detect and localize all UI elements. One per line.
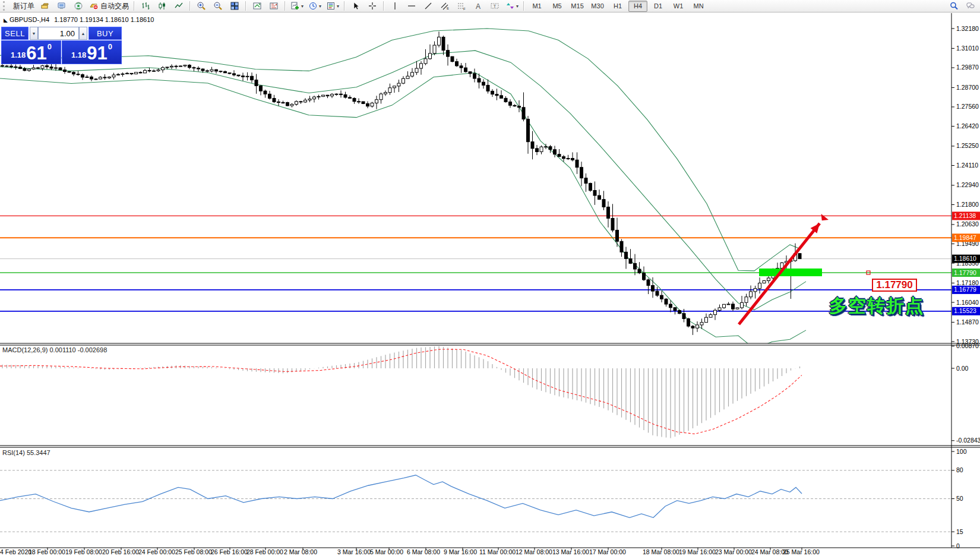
terminal-icon xyxy=(57,1,67,11)
crosshair-icon xyxy=(368,1,377,11)
time-axis-label: 25 Mar 16:00 xyxy=(783,548,820,555)
price-tag-value: 1.16779 xyxy=(954,286,976,293)
toolbar-button-chart-bars[interactable] xyxy=(138,0,153,12)
rsi-axis-label: 15 xyxy=(956,528,963,535)
sell-price-display[interactable]: 1.18610 xyxy=(1,40,61,64)
chinese-annotation-text: 多空转折点 xyxy=(829,294,924,318)
price-axis-label: 1.26420 xyxy=(956,122,979,130)
buy-price-display[interactable]: 1.18910 xyxy=(62,40,122,64)
toolbar-button-text-label[interactable] xyxy=(487,0,502,12)
timeframe-button-d1[interactable]: D1 xyxy=(649,1,668,12)
price-axis-label: 1.29870 xyxy=(956,64,979,71)
time-axis[interactable]: 4 Feb 202018 Feb 00:0019 Feb 08:0020 Feb… xyxy=(0,548,820,555)
toolbar-button-chart-shift[interactable] xyxy=(266,0,282,12)
toolbar-button-chart-candles[interactable] xyxy=(154,0,170,12)
toolbar-button-fibonacci[interactable] xyxy=(454,0,469,12)
time-axis-label: 3 Mar 16:00 xyxy=(337,548,371,555)
chart-ohlc-values: 1.18770 1.19134 1.18610 1.18610 xyxy=(54,16,154,23)
rsi-axis-label: 80 xyxy=(956,466,963,473)
toolbar-button-chat[interactable] xyxy=(963,0,978,12)
sell-price-pipette: 0 xyxy=(48,42,52,51)
rsi-axis-label: 100 xyxy=(956,448,967,455)
toolbar-button-templates[interactable]: ▾ xyxy=(324,0,341,12)
toolbar-button-cursor[interactable] xyxy=(348,0,363,12)
buy-button[interactable]: BUY xyxy=(88,27,122,40)
timeframe-button-h4[interactable]: H4 xyxy=(628,1,647,12)
toolbar-button-horizontal-line[interactable] xyxy=(404,0,419,12)
toolbar-button-periods[interactable]: ▾ xyxy=(306,0,323,12)
toolbar-button-chart-folder[interactable] xyxy=(37,0,53,12)
timeframe-button-m5[interactable]: M5 xyxy=(548,1,567,12)
macd-axis-label: 0.008707 xyxy=(956,342,980,349)
caret-down-icon[interactable]: ▾ xyxy=(337,4,339,9)
chart-line-icon xyxy=(174,1,184,11)
price-axis-label: 1.24110 xyxy=(956,162,978,169)
toolbar-button-arrows[interactable]: ▾ xyxy=(504,0,520,12)
toolbar-button-new-order[interactable]: 新订单 xyxy=(10,0,36,12)
toolbar-label-autotrading: 自动交易 xyxy=(100,1,129,11)
time-axis-label: 26 Feb 16:00 xyxy=(211,548,248,555)
timeframe-button-m30[interactable]: M30 xyxy=(588,1,607,12)
macd-axis-label: 0.00 xyxy=(956,365,969,372)
price-axis-label: 1.14870 xyxy=(956,318,979,326)
caret-down-icon[interactable]: ▾ xyxy=(319,4,321,9)
volume-input[interactable]: 1.00 xyxy=(38,27,79,40)
chat-icon xyxy=(966,1,975,11)
support-price-annotation[interactable]: 1.17790 xyxy=(872,279,917,292)
rsi-axis-label: 0 xyxy=(956,542,960,549)
toolbar-button-autotrading[interactable]: 自动交易 xyxy=(87,0,131,12)
price-tag-value: 1.21138 xyxy=(954,212,976,219)
text-a-icon xyxy=(473,1,483,11)
support-zone-highlight[interactable] xyxy=(759,269,822,276)
hline-icon xyxy=(407,1,416,11)
time-axis-label: 6 Mar 08:00 xyxy=(407,548,440,555)
toolbar-button-zoom-in[interactable] xyxy=(194,0,209,12)
toolbar-button-vertical-line[interactable] xyxy=(387,0,403,12)
add-indicator-icon xyxy=(290,1,300,11)
search-icon xyxy=(949,1,959,11)
buy-price-big-digits: 91 xyxy=(87,45,107,62)
volume-decrease-button[interactable]: ▼ xyxy=(30,27,38,40)
timeframe-button-m15[interactable]: M15 xyxy=(568,1,587,12)
time-axis-label: 18 Mar 08:00 xyxy=(643,548,679,555)
caret-down-icon[interactable]: ▾ xyxy=(516,4,519,9)
time-axis-label: 20 Feb 16:00 xyxy=(102,548,139,555)
price-axis-label: 1.17180 xyxy=(956,279,979,286)
zoom-out-icon xyxy=(213,1,223,11)
sell-button[interactable]: SELL xyxy=(1,27,29,40)
chart-symbol-icon: ◣ xyxy=(4,17,8,23)
price-chart-canvas[interactable]: 1.321801.310101.298701.287001.275601.264… xyxy=(0,12,980,559)
toolbar-button-text[interactable] xyxy=(470,0,486,12)
sell-price-small-digits: 1.18 xyxy=(11,50,26,59)
toolbar-button-terminal[interactable] xyxy=(54,0,69,12)
price-axis-label: 1.25250 xyxy=(956,142,979,149)
signal-icon xyxy=(74,1,83,11)
toolbar-button-signal[interactable] xyxy=(71,0,86,12)
mt4-window: { "toolbar": { "items": [ {"name":"new-o… xyxy=(0,0,980,559)
toolbar-button-zoom-out[interactable] xyxy=(210,0,226,12)
toolbar-button-crosshair[interactable] xyxy=(365,0,380,12)
toolbar-button-search[interactable] xyxy=(946,0,962,12)
cursor-icon xyxy=(351,1,361,11)
chart-area[interactable]: 1.321801.310101.298701.287001.275601.264… xyxy=(0,12,980,559)
price-axis-label: 1.32180 xyxy=(956,25,979,32)
volume-increase-button[interactable]: ▲ xyxy=(79,27,87,40)
timeframe-button-w1[interactable]: W1 xyxy=(669,1,688,12)
buy-price-small-digits: 1.18 xyxy=(71,50,86,59)
rsi-indicator-label: RSI(14) 55.3447 xyxy=(2,449,50,456)
timeframe-button-h1[interactable]: H1 xyxy=(608,1,627,12)
toolbar-button-auto-scroll[interactable] xyxy=(249,0,265,12)
arrange2-icon xyxy=(269,1,279,11)
caret-down-icon[interactable]: ▾ xyxy=(301,4,304,9)
timeframe-button-mn[interactable]: MN xyxy=(689,1,708,12)
label-icon xyxy=(490,1,500,11)
timeframe-button-m1[interactable]: M1 xyxy=(527,1,546,12)
toolbar-button-tile-windows[interactable] xyxy=(227,0,242,12)
toolbar-button-equidistant-channel[interactable] xyxy=(437,0,453,12)
toolbar-button-trend-line[interactable] xyxy=(421,0,436,12)
toolbar-button-chart-line[interactable] xyxy=(171,0,186,12)
time-axis-label: 4 Feb 2020 xyxy=(0,548,31,555)
toolbar-button-indicators[interactable]: ▾ xyxy=(289,0,305,12)
time-axis-label: 25 Feb 08:00 xyxy=(175,548,212,555)
vline-icon xyxy=(390,1,400,11)
